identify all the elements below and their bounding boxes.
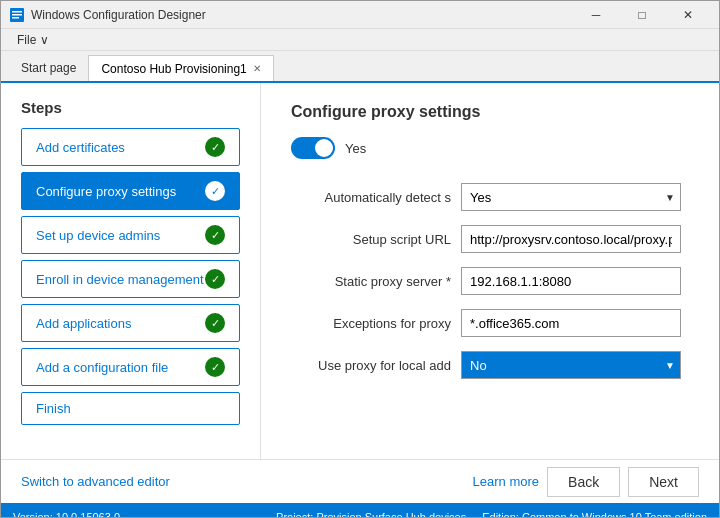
select-wrapper-auto-detect: Yes No ▼	[461, 183, 681, 211]
toggle-label: Yes	[345, 141, 366, 156]
status-bar: Version: 10.0.15063.0 Project: Provision…	[1, 503, 719, 518]
input-static-proxy[interactable]	[461, 267, 681, 295]
bottom-toolbar: Switch to advanced editor Learn more Bac…	[1, 459, 719, 503]
label-exceptions: Exceptions for proxy	[291, 316, 451, 331]
tab-bar: Start page Contoso Hub Provisioning1 ✕	[1, 51, 719, 83]
step-4-check-icon: ✓	[205, 313, 225, 333]
label-static-proxy: Static proxy server *	[291, 274, 451, 289]
svg-rect-1	[12, 11, 22, 13]
select-auto-detect[interactable]: Yes No	[461, 183, 681, 211]
steps-title: Steps	[21, 99, 240, 116]
tab-provisioning[interactable]: Contoso Hub Provisioning1 ✕	[88, 55, 273, 81]
configure-panel: Configure proxy settings Yes Automatical…	[261, 83, 719, 459]
input-wrapper-script-url	[461, 225, 681, 253]
app-title: Windows Configuration Designer	[31, 8, 206, 22]
minimize-button[interactable]: ─	[573, 1, 619, 29]
input-script-url[interactable]	[461, 225, 681, 253]
form-row-static-proxy: Static proxy server *	[291, 267, 689, 295]
step-1-check-icon: ✓	[205, 181, 225, 201]
file-menu[interactable]: File ∨	[9, 31, 57, 49]
step-add-applications[interactable]: Add applications ✓	[21, 304, 240, 342]
step-add-config-file[interactable]: Add a configuration file ✓	[21, 348, 240, 386]
title-bar: Windows Configuration Designer ─ □ ✕	[1, 1, 719, 29]
status-section: Project: Provision Surface Hub devices E…	[276, 511, 707, 518]
label-auto-detect: Automatically detect s	[291, 190, 451, 205]
select-local-proxy[interactable]: No Yes	[461, 351, 681, 379]
menu-bar: File ∨	[1, 29, 719, 51]
steps-panel: Steps Add certificates ✓ Configure proxy…	[1, 83, 261, 459]
form-row-auto-detect: Automatically detect s Yes No ▼	[291, 183, 689, 211]
step-configure-proxy[interactable]: Configure proxy settings ✓	[21, 172, 240, 210]
label-script-url: Setup script URL	[291, 232, 451, 247]
step-3-check-icon: ✓	[205, 269, 225, 289]
step-2-check-icon: ✓	[205, 225, 225, 245]
svg-rect-3	[12, 17, 19, 19]
step-0-check-icon: ✓	[205, 137, 225, 157]
back-button[interactable]: Back	[547, 467, 620, 497]
bottom-right: Learn more Back Next	[473, 467, 699, 497]
select-wrapper-local-proxy: No Yes ▼	[461, 351, 681, 379]
title-bar-controls: ─ □ ✕	[573, 1, 711, 29]
app-icon	[9, 7, 25, 23]
toggle-row: Yes	[291, 137, 689, 159]
tab-start-page[interactable]: Start page	[9, 55, 88, 81]
form-row-local-proxy: Use proxy for local add No Yes ▼	[291, 351, 689, 379]
svg-rect-2	[12, 14, 22, 16]
maximize-button[interactable]: □	[619, 1, 665, 29]
learn-more-button[interactable]: Learn more	[473, 474, 539, 489]
step-set-up-admins[interactable]: Set up device admins ✓	[21, 216, 240, 254]
form-row-script-url: Setup script URL	[291, 225, 689, 253]
step-finish[interactable]: Finish	[21, 392, 240, 425]
bottom-left: Switch to advanced editor	[21, 474, 170, 489]
input-wrapper-static-proxy	[461, 267, 681, 295]
version-text: Version: 10.0.15063.0	[13, 511, 120, 518]
close-button[interactable]: ✕	[665, 1, 711, 29]
step-5-check-icon: ✓	[205, 357, 225, 377]
edition-text: Edition: Common to Windows 10 Team editi…	[482, 511, 707, 518]
configure-title: Configure proxy settings	[291, 103, 689, 121]
proxy-toggle[interactable]	[291, 137, 335, 159]
form-row-exceptions: Exceptions for proxy	[291, 309, 689, 337]
main-content: Steps Add certificates ✓ Configure proxy…	[1, 83, 719, 459]
step-enroll-device[interactable]: Enroll in device management ✓	[21, 260, 240, 298]
title-bar-left: Windows Configuration Designer	[9, 7, 206, 23]
next-button[interactable]: Next	[628, 467, 699, 497]
step-add-certificates[interactable]: Add certificates ✓	[21, 128, 240, 166]
tab-close-button[interactable]: ✕	[253, 63, 261, 74]
input-exceptions[interactable]	[461, 309, 681, 337]
project-text: Project: Provision Surface Hub devices	[276, 511, 466, 518]
input-wrapper-exceptions	[461, 309, 681, 337]
label-local-proxy: Use proxy for local add	[291, 358, 451, 373]
toggle-knob	[315, 139, 333, 157]
advanced-editor-button[interactable]: Switch to advanced editor	[21, 474, 170, 489]
